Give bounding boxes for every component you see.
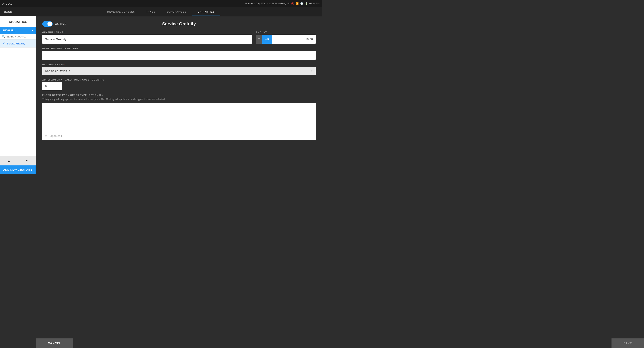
sidebar-search-bar[interactable]: 🔍 bbox=[0, 34, 36, 40]
active-side: ACTIVE bbox=[42, 21, 102, 27]
apply-auto-label: APPLY AUTOMATICALLY WHEN GUEST COUNT IS bbox=[42, 78, 316, 81]
amount-value-input[interactable] bbox=[272, 35, 316, 44]
sidebar-title: GRATUITIES bbox=[0, 16, 36, 27]
sidebar: GRATUITIES SHOW ALL ▼ 🔍 ✓ Service Gratui… bbox=[0, 16, 36, 174]
tab-gratuities[interactable]: GRATUITIES bbox=[192, 8, 220, 16]
business-info: Business Day: Wed Nov 29 Matt Geny #5 bbox=[245, 2, 289, 5]
page-title: Service Gratuity bbox=[162, 21, 196, 26]
page-title-container: Service Gratuity bbox=[102, 21, 256, 26]
back-button[interactable]: BACK bbox=[4, 10, 12, 13]
top-bar: ATL LAB Business Day: Wed Nov 29 Matt Ge… bbox=[0, 0, 322, 7]
main-layout: GRATUITIES SHOW ALL ▼ 🔍 ✓ Service Gratui… bbox=[0, 16, 322, 174]
top-bar-right: Business Day: Wed Nov 29 Matt Geny #5 🚫 … bbox=[245, 2, 320, 5]
required-star: * bbox=[64, 31, 65, 34]
amount-label: AMOUNT* bbox=[256, 31, 316, 34]
guest-count-input[interactable] bbox=[42, 82, 62, 90]
filter-edit-area[interactable]: ✏ Tap to edit bbox=[42, 103, 316, 140]
required-star-amount: * bbox=[267, 31, 268, 34]
sidebar-filter-dropdown[interactable]: SHOW ALL ▼ bbox=[0, 27, 36, 34]
content-area: ACTIVE Service Gratuity GRATUITY NAME* A… bbox=[36, 16, 322, 174]
receipt-name-row: NAME PRINTED ON RECEIPT bbox=[42, 47, 316, 60]
guest-count-group: APPLY AUTOMATICALLY WHEN GUEST COUNT IS bbox=[42, 78, 316, 90]
receipt-name-label: NAME PRINTED ON RECEIPT bbox=[42, 47, 316, 50]
sidebar-items-list: ✓ Service Gratuity bbox=[0, 40, 36, 156]
sidebar-item-service-gratuity[interactable]: ✓ Service Gratuity bbox=[0, 40, 36, 48]
tap-to-edit-label: Tap to edit bbox=[49, 134, 62, 138]
receipt-name-input[interactable] bbox=[42, 51, 316, 60]
filter-label: FILTER GRATUITY BY ORDER TYPE (OPTIONAL) bbox=[42, 94, 316, 96]
revenue-class-group: REVENUE CLASS* Non-Sales Revenue Food Be… bbox=[42, 64, 316, 75]
pencil-icon: ✏ bbox=[45, 134, 48, 138]
filter-description: This gratuity will only apply to the sel… bbox=[42, 98, 316, 101]
filter-edit-hint: ✏ Tap to edit bbox=[45, 134, 62, 138]
filter-section: FILTER GRATUITY BY ORDER TYPE (OPTIONAL)… bbox=[42, 94, 316, 140]
move-up-button[interactable]: ▲ bbox=[0, 156, 18, 166]
current-time: 04:14 PM bbox=[310, 2, 320, 5]
revenue-class-label: REVENUE CLASS* bbox=[42, 64, 316, 66]
nav-tabs: REVENUE CLASSES TAXES SURCHARGES GRATUIT… bbox=[102, 8, 220, 16]
amount-group: AMOUNT* ≡ +% bbox=[256, 31, 316, 44]
tab-revenue-classes[interactable]: REVENUE CLASSES bbox=[102, 8, 140, 16]
amount-icon-button[interactable]: ≡ bbox=[256, 35, 262, 44]
check-icon: ✓ bbox=[3, 42, 5, 45]
active-title-row: ACTIVE Service Gratuity bbox=[42, 21, 316, 27]
sidebar-arrows: ▲ ▼ bbox=[0, 156, 36, 166]
move-down-button[interactable]: ▼ bbox=[18, 156, 36, 166]
amount-input-row: ≡ +% bbox=[256, 35, 316, 44]
amount-percent-button[interactable]: +% bbox=[262, 35, 272, 44]
filter-label: SHOW ALL bbox=[2, 29, 15, 32]
gratuity-name-label: GRATUITY NAME* bbox=[42, 31, 252, 34]
nav-bar: BACK REVENUE CLASSES TAXES SURCHARGES GR… bbox=[0, 7, 322, 16]
sidebar-item-label: Service Gratuity bbox=[7, 42, 25, 45]
add-gratuity-button[interactable]: ADD NEW GRATUITY bbox=[0, 166, 36, 174]
tab-surcharges[interactable]: SURCHARGES bbox=[161, 8, 192, 16]
guest-count-row: APPLY AUTOMATICALLY WHEN GUEST COUNT IS bbox=[42, 78, 316, 90]
name-amount-row: GRATUITY NAME* AMOUNT* ≡ +% bbox=[42, 31, 316, 44]
chevron-down-icon: ▼ bbox=[31, 30, 33, 32]
receipt-name-group: NAME PRINTED ON RECEIPT bbox=[42, 47, 316, 60]
tab-taxes[interactable]: TAXES bbox=[140, 8, 161, 16]
gratuity-name-input[interactable] bbox=[42, 35, 252, 44]
gratuity-name-group: GRATUITY NAME* bbox=[42, 31, 252, 44]
app-name: ATL LAB bbox=[2, 2, 12, 5]
revenue-class-select[interactable]: Non-Sales Revenue Food Beverage Alcohol bbox=[42, 67, 316, 75]
search-input[interactable] bbox=[6, 35, 34, 38]
active-label: ACTIVE bbox=[55, 22, 66, 26]
revenue-class-row: REVENUE CLASS* Non-Sales Revenue Food Be… bbox=[42, 64, 316, 75]
active-toggle[interactable] bbox=[42, 21, 53, 27]
search-icon: 🔍 bbox=[2, 35, 5, 38]
